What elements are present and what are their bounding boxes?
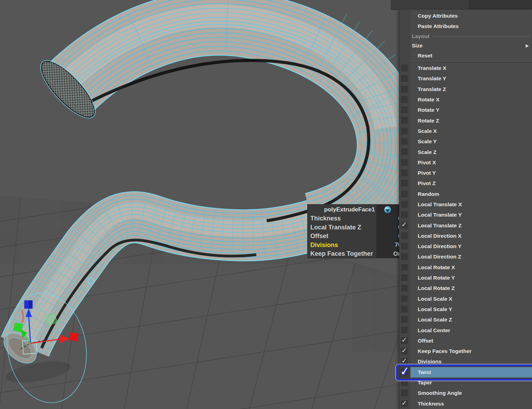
menu-item-local-rotate-x[interactable]: Local Rotate X (399, 262, 532, 273)
checkbox-translate-x[interactable] (399, 63, 410, 73)
checkbox-local-direction-x[interactable] (399, 231, 410, 241)
menu-item-local-translate-y[interactable]: Local Translate Y (399, 210, 532, 220)
checkbox-pivot-y[interactable] (399, 168, 410, 178)
menu-item-scale-y[interactable]: Scale Y (399, 136, 532, 147)
checkbox-square (401, 243, 408, 249)
checkbox-rotate-y[interactable] (399, 105, 410, 115)
hud-label-keep-faces-together: Keep Faces Together (310, 249, 373, 258)
menu-item-pivot-y[interactable]: Pivot Y (399, 168, 532, 178)
menu-label-local-direction-x: Local Direction X (418, 233, 462, 239)
menu-label-taper: Taper (418, 380, 432, 386)
menu-label-pivot-x: Pivot X (418, 160, 436, 166)
checkbox-pivot-x[interactable] (399, 157, 410, 168)
checkbox-local-scale-x[interactable] (399, 294, 410, 304)
checkbox-local-direction-z[interactable] (399, 252, 410, 262)
menu-label-translate-z: Translate Z (418, 86, 446, 92)
menu-item-reset[interactable]: Reset (399, 51, 532, 61)
hud-row-offset: Offset0 (308, 232, 403, 241)
menu-item-local-scale-y[interactable]: Local Scale Y (399, 304, 532, 315)
menu-item-translate-y[interactable]: Translate Y (399, 73, 532, 84)
menu-label-reset: Reset (418, 53, 432, 59)
checkbox-local-center[interactable] (399, 325, 410, 335)
menu-item-twist[interactable]: ✓Twist (399, 367, 532, 378)
checkbox-local-translate-x[interactable] (399, 199, 410, 210)
checkbox-rotate-x[interactable] (399, 94, 410, 105)
hud-title: polyExtrudeFace1 (308, 205, 391, 214)
menu-label-pivot-y: Pivot Y (418, 170, 436, 176)
hud-label-divisions: Divisions (310, 241, 338, 250)
checkbox-offset[interactable]: ✓ (399, 336, 410, 346)
maya-window: polyExtrudeFace1 Thickness0Local Transla… (0, 0, 532, 409)
menu-item-local-direction-z[interactable]: Local Direction Z (399, 252, 532, 262)
checkmark-icon: ✓ (399, 364, 410, 378)
checkbox-square (401, 379, 408, 386)
menu-item-random[interactable]: Random (399, 189, 532, 199)
checkbox-square (401, 86, 408, 92)
menu-item-taper[interactable]: Taper (399, 378, 532, 388)
checkbox-square (401, 138, 408, 145)
checkbox-pivot-z[interactable] (399, 178, 410, 189)
menu-item-local-direction-y[interactable]: Local Direction Y (399, 241, 532, 252)
menu-item-rotate-x[interactable]: Rotate X (399, 94, 532, 105)
checkbox-local-rotate-y[interactable] (399, 273, 410, 283)
checkbox-local-translate-y[interactable] (399, 210, 410, 220)
menu-label-local-rotate-z: Local Rotate Z (418, 285, 455, 291)
menu-label-copy-attributes: Copy Attributes (418, 13, 458, 19)
menu-item-scale-z[interactable]: Scale Z (399, 147, 532, 157)
polyextrude-hud-panel[interactable]: polyExtrudeFace1 Thickness0Local Transla… (308, 204, 404, 258)
checkbox-local-scale-y[interactable] (399, 304, 410, 315)
menu-label-twist: Twist (418, 369, 431, 375)
menu-item-local-rotate-z[interactable]: Local Rotate Z (399, 283, 532, 293)
menu-items: Translate XTranslate YTranslate ZRotate … (399, 63, 532, 409)
checkbox-random[interactable] (399, 189, 410, 199)
checkbox-translate-z[interactable] (399, 84, 410, 94)
checkbox-scale-y[interactable] (399, 136, 410, 147)
checkbox-rotate-z[interactable] (399, 115, 410, 126)
menu-label-local-direction-y: Local Direction Y (418, 243, 461, 249)
checkbox-square (401, 201, 408, 208)
sphere-node-icon[interactable] (384, 206, 391, 213)
menu-item-divisions[interactable]: ✓Divisions (399, 356, 532, 367)
menu-item-local-rotate-y[interactable]: Local Rotate Y (399, 273, 532, 283)
menu-item-thickness[interactable]: ✓Thickness (399, 399, 532, 409)
menu-label-local-direction-z: Local Direction Z (418, 254, 461, 260)
menu-label-local-rotate-y: Local Rotate Y (418, 275, 455, 281)
menu-item-offset[interactable]: ✓Offset (399, 336, 532, 346)
menu-item-keep-faces-together[interactable]: ✓Keep Faces Together (399, 346, 532, 356)
checkbox-square (401, 75, 408, 82)
menu-item-local-translate-x[interactable]: Local Translate X (399, 199, 532, 210)
menu-item-copy-attributes[interactable]: Copy Attributes (399, 11, 532, 21)
checkmark-icon: ✓ (401, 336, 407, 344)
checkbox-square (401, 274, 408, 281)
checkbox-square (401, 233, 408, 239)
checkbox-square (401, 65, 408, 71)
menu-item-rotate-y[interactable]: Rotate Y (399, 105, 532, 115)
menu-item-size[interactable]: Size▶ (399, 41, 532, 51)
menu-item-pivot-x[interactable]: Pivot X (399, 157, 532, 168)
checkbox-scale-z[interactable] (399, 147, 410, 157)
checkbox-keep-faces-together[interactable]: ✓ (399, 346, 410, 356)
menu-item-local-translate-z[interactable]: ✓Local Translate Z (399, 220, 532, 230)
menu-item-local-scale-x[interactable]: Local Scale X (399, 294, 532, 304)
checkbox-local-direction-y[interactable] (399, 241, 410, 252)
checkbox-taper[interactable] (399, 378, 410, 388)
checkbox-thickness[interactable]: ✓ (399, 399, 410, 409)
menu-item-translate-z[interactable]: Translate Z (399, 84, 532, 94)
menu-item-local-center[interactable]: Local Center (399, 325, 532, 335)
menu-item-translate-x[interactable]: Translate X (399, 63, 532, 73)
menu-item-paste-attributes[interactable]: Paste Attributes (399, 21, 532, 31)
checkbox-local-scale-z[interactable] (399, 315, 410, 325)
menu-item-rotate-z[interactable]: Rotate Z (399, 115, 532, 126)
menu-item-pivot-z[interactable]: Pivot Z (399, 178, 532, 189)
checkbox-local-rotate-x[interactable] (399, 262, 410, 273)
menu-item-local-scale-z[interactable]: Local Scale Z (399, 315, 532, 325)
checkbox-smoothing-angle[interactable] (399, 388, 410, 398)
checkbox-translate-y[interactable] (399, 73, 410, 84)
checkbox-local-translate-z[interactable]: ✓ (399, 220, 410, 230)
menu-item-local-direction-x[interactable]: Local Direction X (399, 231, 532, 241)
menu-item-smoothing-angle[interactable]: Smoothing Angle (399, 388, 532, 398)
menu-item-scale-x[interactable]: Scale X (399, 126, 532, 136)
checkbox-scale-x[interactable] (399, 126, 410, 136)
checkbox-twist[interactable]: ✓ (399, 367, 410, 378)
checkbox-local-rotate-z[interactable] (399, 283, 410, 293)
